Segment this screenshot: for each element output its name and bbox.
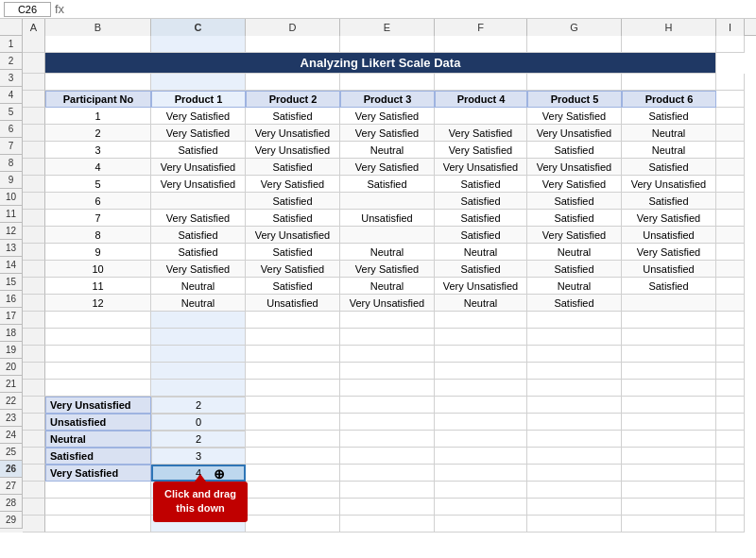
cell-14-7[interactable]: Unsatisfied xyxy=(622,261,716,278)
cell-9-1[interactable]: 5 xyxy=(45,176,151,193)
cell-1F[interactable] xyxy=(435,36,527,53)
row-num-14[interactable]: 14 xyxy=(0,257,23,274)
cell-28-8[interactable] xyxy=(716,499,745,516)
cell-8-4[interactable]: Very Satisfied xyxy=(340,159,435,176)
cell-26-6[interactable] xyxy=(527,465,622,482)
row-num-3[interactable]: 3 xyxy=(0,70,23,87)
cell-21-2[interactable] xyxy=(151,380,246,397)
cell-27-7[interactable] xyxy=(622,482,716,499)
cell-19-6[interactable] xyxy=(527,346,622,363)
row-num-5[interactable]: 5 xyxy=(0,104,23,121)
row-num-15[interactable]: 15 xyxy=(0,274,23,291)
cell-7-5[interactable]: Very Satisfied xyxy=(435,142,527,159)
cell-18-2[interactable] xyxy=(151,329,246,346)
cell-20-2[interactable] xyxy=(151,363,246,380)
cell-17-6[interactable] xyxy=(527,312,622,329)
cell-22-7[interactable] xyxy=(622,397,716,414)
cell-26-3[interactable] xyxy=(246,465,340,482)
row-num-7[interactable]: 7 xyxy=(0,138,23,155)
cell-21-8[interactable] xyxy=(716,380,745,397)
col-header-B[interactable]: B xyxy=(45,19,151,36)
col-header-I[interactable]: I xyxy=(716,19,745,36)
cell-19-7[interactable] xyxy=(622,346,716,363)
cell-14-8[interactable] xyxy=(716,261,745,278)
cell-5-2[interactable]: Very Satisfied xyxy=(151,108,246,125)
cell-3B[interactable] xyxy=(45,74,151,91)
cell-8-8[interactable] xyxy=(716,159,745,176)
cell-3H[interactable] xyxy=(622,74,716,91)
cell-5-3[interactable]: Satisfied xyxy=(246,108,340,125)
cell-21-3[interactable] xyxy=(246,380,340,397)
cell-10-0[interactable] xyxy=(23,193,45,210)
cell-17-0[interactable] xyxy=(23,312,45,329)
cell-25-5[interactable] xyxy=(435,448,527,465)
cell-19-2[interactable] xyxy=(151,346,246,363)
cell-26-8[interactable] xyxy=(716,465,745,482)
cell-18-1[interactable] xyxy=(45,329,151,346)
cell-13-2[interactable]: Satisfied xyxy=(151,244,246,261)
cell-16-2[interactable]: Neutral xyxy=(151,295,246,312)
cell-21-4[interactable] xyxy=(340,380,435,397)
cell-9-2[interactable]: Very Unsatisfied xyxy=(151,176,246,193)
cell-14-4[interactable]: Very Satisfied xyxy=(340,261,435,278)
col-header-D[interactable]: D xyxy=(246,19,340,36)
cell-24-A[interactable] xyxy=(23,431,45,448)
row-num-17[interactable]: 17 xyxy=(0,308,23,325)
cell-28-7[interactable] xyxy=(622,499,716,516)
cell-14-1[interactable]: 10 xyxy=(45,261,151,278)
cell-6-6[interactable]: Very Unsatisfied xyxy=(527,125,622,142)
cell-16-0[interactable] xyxy=(23,295,45,312)
cell-15-0[interactable] xyxy=(23,278,45,295)
cell-18-3[interactable] xyxy=(246,329,340,346)
cell-26-4[interactable] xyxy=(340,465,435,482)
cell-25-7[interactable] xyxy=(622,448,716,465)
cell-8-3[interactable]: Satisfied xyxy=(246,159,340,176)
row-num-23[interactable]: 23 xyxy=(0,410,23,427)
cell-21-6[interactable] xyxy=(527,380,622,397)
cell-24-8[interactable] xyxy=(716,431,745,448)
cell-14-3[interactable]: Very Satisfied xyxy=(246,261,340,278)
cell-29-8[interactable] xyxy=(716,516,745,533)
cell-11-2[interactable]: Very Satisfied xyxy=(151,210,246,227)
cell-7-7[interactable]: Neutral xyxy=(622,142,716,159)
cell-19-1[interactable] xyxy=(45,346,151,363)
cell-28-6[interactable] xyxy=(527,499,622,516)
row-num-1[interactable]: 1 xyxy=(0,36,23,53)
cell-16-1[interactable]: 12 xyxy=(45,295,151,312)
cell-19-8[interactable] xyxy=(716,346,745,363)
cell-12-0[interactable] xyxy=(23,227,45,244)
cell-26-5[interactable] xyxy=(435,465,527,482)
cell-8-1[interactable]: 4 xyxy=(45,159,151,176)
cell-8-0[interactable] xyxy=(23,159,45,176)
cell-17-5[interactable] xyxy=(435,312,527,329)
cell-25-8[interactable] xyxy=(716,448,745,465)
cell-3I[interactable] xyxy=(716,74,745,91)
cell-13-8[interactable] xyxy=(716,244,745,261)
cell-1D[interactable] xyxy=(246,36,340,53)
row-num-10[interactable]: 10 xyxy=(0,189,23,206)
cell-12-4[interactable] xyxy=(340,227,435,244)
cell-13-0[interactable] xyxy=(23,244,45,261)
cell-27-5[interactable] xyxy=(435,482,527,499)
row-num-19[interactable]: 19 xyxy=(0,342,23,359)
cell-12-8[interactable] xyxy=(716,227,745,244)
cell-6-5[interactable]: Very Satisfied xyxy=(435,125,527,142)
cell-10-6[interactable]: Satisfied xyxy=(527,193,622,210)
cell-7-6[interactable]: Satisfied xyxy=(527,142,622,159)
row-num-18[interactable]: 18 xyxy=(0,325,23,342)
cell-6-8[interactable] xyxy=(716,125,745,142)
cell-29-6[interactable] xyxy=(527,516,622,533)
cell-18-6[interactable] xyxy=(527,329,622,346)
col-header-E[interactable]: E xyxy=(340,19,435,36)
cell-28-1[interactable] xyxy=(45,499,151,516)
row-num-21[interactable]: 21 xyxy=(0,376,23,393)
row-num-28[interactable]: 28 xyxy=(0,495,23,512)
summary-value-0[interactable]: 2 xyxy=(151,397,246,414)
cell-3E[interactable] xyxy=(340,74,435,91)
cell-19-5[interactable] xyxy=(435,346,527,363)
cell-8-7[interactable]: Satisfied xyxy=(622,159,716,176)
cell-1C[interactable] xyxy=(151,36,246,53)
cell-17-8[interactable] xyxy=(716,312,745,329)
cell-22-6[interactable] xyxy=(527,397,622,414)
cell-15-6[interactable]: Neutral xyxy=(527,278,622,295)
